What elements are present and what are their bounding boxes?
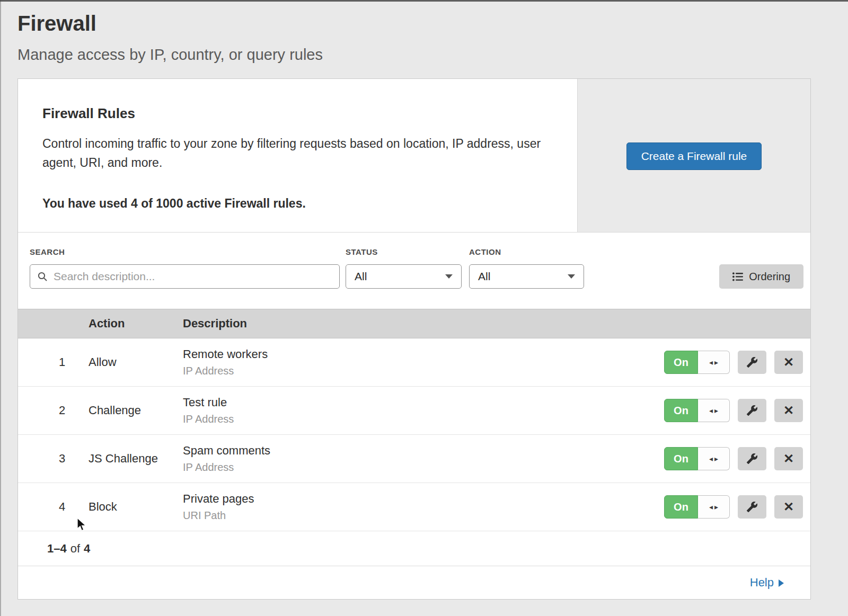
create-firewall-rule-button[interactable]: Create a Firewall rule bbox=[626, 142, 762, 170]
status-select[interactable]: All bbox=[346, 264, 462, 289]
rules-card-heading: Firewall Rules bbox=[42, 105, 545, 122]
status-label: STATUS bbox=[346, 247, 462, 256]
rule-number: 2 bbox=[18, 404, 89, 417]
rule-description: Test rule bbox=[183, 396, 635, 409]
firewall-rules-panel: Firewall Rules Control incoming traffic … bbox=[17, 78, 811, 600]
panel-footer: Help bbox=[18, 566, 810, 599]
close-icon: ✕ bbox=[783, 403, 794, 418]
search-label: SEARCH bbox=[30, 247, 340, 256]
action-select[interactable]: All bbox=[469, 264, 584, 289]
search-filter-group: SEARCH bbox=[30, 247, 340, 289]
rule-enable-toggle[interactable]: On ◂▸ bbox=[664, 495, 730, 519]
rule-controls: On ◂▸ ✕ bbox=[635, 447, 810, 470]
action-select-value: All bbox=[478, 270, 490, 283]
edit-rule-button[interactable] bbox=[738, 495, 766, 519]
rule-match-type: URI Path bbox=[183, 510, 635, 522]
toggle-on-label[interactable]: On bbox=[664, 351, 698, 374]
ordering-button[interactable]: Ordering bbox=[719, 264, 803, 289]
rule-enable-toggle[interactable]: On ◂▸ bbox=[664, 351, 730, 374]
rule-description: Spam comments bbox=[183, 444, 635, 458]
panel-header-action-area: Create a Firewall rule bbox=[577, 79, 810, 232]
rule-controls: On ◂▸ ✕ bbox=[635, 351, 810, 374]
table-row: 3 JS Challenge Spam comments IP Address … bbox=[18, 435, 810, 483]
table-row: 2 Challenge Test rule IP Address On ◂▸ ✕ bbox=[18, 387, 810, 435]
list-ordering-icon bbox=[732, 272, 743, 281]
rule-number: 4 bbox=[18, 500, 89, 514]
rule-number: 1 bbox=[18, 355, 89, 369]
rule-description-cell: Remote workers IP Address bbox=[183, 347, 635, 377]
rule-description-cell: Test rule IP Address bbox=[183, 396, 635, 425]
wrench-icon bbox=[746, 356, 758, 368]
column-header-action: Action bbox=[89, 317, 183, 331]
toggle-arrows-icon[interactable]: ◂▸ bbox=[698, 399, 730, 422]
rule-action: Challenge bbox=[89, 404, 183, 417]
chevron-down-icon bbox=[568, 274, 575, 279]
rule-description-cell: Private pages URI Path bbox=[183, 492, 635, 522]
toggle-on-label[interactable]: On bbox=[664, 495, 698, 519]
toggle-arrows-icon[interactable]: ◂▸ bbox=[698, 495, 730, 519]
rules-card-text: Firewall Rules Control incoming traffic … bbox=[18, 79, 577, 232]
rule-action: Block bbox=[89, 500, 183, 514]
pagination-range: 1–4 bbox=[47, 542, 67, 556]
delete-rule-button[interactable]: ✕ bbox=[774, 351, 803, 374]
pagination-total: 4 bbox=[84, 542, 90, 556]
table-row: 4 Block Private pages URI Path On ◂▸ ✕ bbox=[18, 483, 810, 531]
edit-rule-button[interactable] bbox=[738, 447, 766, 470]
pagination-separator: of bbox=[70, 542, 80, 556]
wrench-icon bbox=[746, 501, 758, 513]
toggle-arrows-icon[interactable]: ◂▸ bbox=[698, 447, 730, 470]
rule-enable-toggle[interactable]: On ◂▸ bbox=[664, 447, 730, 470]
close-icon: ✕ bbox=[783, 451, 794, 466]
delete-rule-button[interactable]: ✕ bbox=[774, 447, 803, 470]
wrench-icon bbox=[746, 453, 758, 465]
help-link-label: Help bbox=[750, 576, 774, 590]
toggle-on-label[interactable]: On bbox=[664, 447, 698, 470]
table-row: 1 Allow Remote workers IP Address On ◂▸ … bbox=[18, 338, 810, 387]
pagination-summary: 1–4 of 4 bbox=[18, 531, 810, 566]
rule-description: Remote workers bbox=[183, 347, 635, 361]
chevron-down-icon bbox=[445, 274, 453, 279]
delete-rule-button[interactable]: ✕ bbox=[774, 495, 803, 519]
search-input[interactable] bbox=[30, 264, 340, 289]
page-subtitle: Manage access by IP, country, or query r… bbox=[17, 46, 831, 64]
rules-card-description: Control incoming traffic to your zone by… bbox=[42, 135, 545, 172]
rule-match-type: IP Address bbox=[183, 461, 635, 474]
search-box bbox=[30, 264, 340, 289]
rule-match-type: IP Address bbox=[183, 365, 635, 377]
rule-controls: On ◂▸ ✕ bbox=[635, 495, 810, 519]
rule-enable-toggle[interactable]: On ◂▸ bbox=[664, 399, 730, 422]
edit-rule-button[interactable] bbox=[738, 351, 766, 374]
page-title: Firewall bbox=[17, 12, 831, 35]
edit-rule-button[interactable] bbox=[738, 399, 766, 422]
action-filter-group: ACTION All bbox=[469, 247, 584, 289]
action-label: ACTION bbox=[469, 247, 584, 256]
rule-description-cell: Spam comments IP Address bbox=[183, 444, 635, 474]
panel-header: Firewall Rules Control incoming traffic … bbox=[18, 79, 810, 232]
rule-description: Private pages bbox=[183, 492, 635, 506]
search-icon bbox=[37, 271, 48, 282]
rule-action: JS Challenge bbox=[89, 452, 183, 466]
wrench-icon bbox=[746, 405, 758, 416]
close-icon: ✕ bbox=[783, 499, 794, 514]
close-icon: ✕ bbox=[783, 355, 794, 370]
status-filter-group: STATUS All bbox=[346, 247, 462, 289]
toggle-arrows-icon[interactable]: ◂▸ bbox=[698, 351, 730, 374]
column-header-description: Description bbox=[183, 317, 635, 331]
rule-controls: On ◂▸ ✕ bbox=[635, 399, 810, 422]
status-select-value: All bbox=[355, 270, 367, 283]
ordering-button-label: Ordering bbox=[749, 271, 790, 283]
help-link[interactable]: Help bbox=[750, 576, 784, 590]
rule-match-type: IP Address bbox=[183, 413, 635, 425]
delete-rule-button[interactable]: ✕ bbox=[774, 399, 803, 422]
rule-number: 3 bbox=[18, 452, 89, 466]
table-header-row: Action Description bbox=[18, 309, 810, 338]
firewall-page: Firewall Manage access by IP, country, o… bbox=[0, 0, 848, 600]
filters-bar: SEARCH STATUS All ACTION bbox=[18, 232, 810, 309]
help-arrow-icon bbox=[779, 579, 784, 587]
rule-action: Allow bbox=[89, 355, 183, 369]
toggle-on-label[interactable]: On bbox=[664, 399, 698, 422]
rules-usage-text: You have used 4 of 1000 active Firewall … bbox=[42, 197, 545, 211]
